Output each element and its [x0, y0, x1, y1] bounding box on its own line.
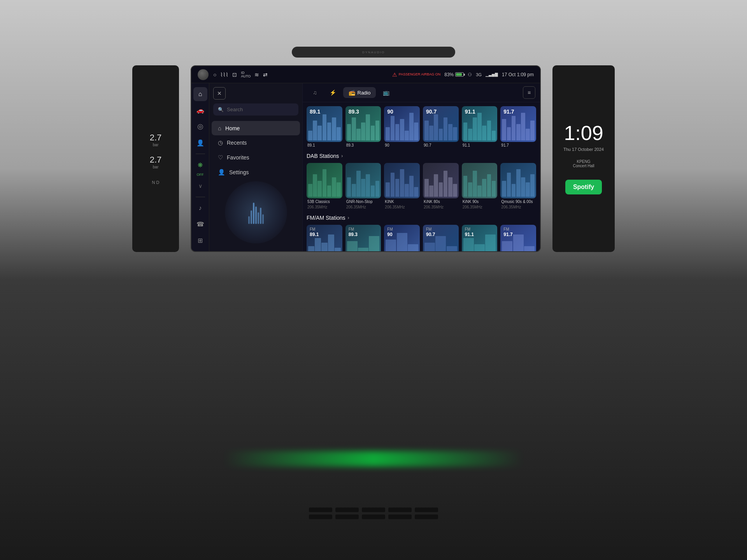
- dab-gnr[interactable]: [345, 163, 381, 199]
- bar: [502, 241, 512, 251]
- vent-row-2: [309, 514, 438, 519]
- bar: [375, 121, 380, 140]
- tv-tab-icon: 📺: [383, 89, 389, 96]
- vent-slot: [309, 508, 332, 512]
- nav-item-scroll-down[interactable]: ∨: [193, 179, 207, 193]
- nav-item-music[interactable]: ♪: [193, 201, 207, 215]
- tab-bluetooth[interactable]: ⚡: [324, 87, 342, 98]
- close-button[interactable]: ✕: [213, 87, 226, 100]
- content-area: ⌂ 🚗 ◎ 👤 ❋ OFF ∨ ♪ ☎ ⊞ ✕: [191, 83, 540, 251]
- fm-90[interactable]: FM 90: [384, 225, 420, 251]
- bar: [313, 174, 317, 197]
- dab-station-card: KINK 206.35MHz: [384, 163, 420, 210]
- tab-radio[interactable]: 📻 Radio: [343, 87, 376, 98]
- bar: [439, 182, 443, 197]
- search-box[interactable]: 🔍 Search: [213, 103, 298, 116]
- now-playing-line1: KPENG: [573, 159, 594, 164]
- left-side-panel: 2.7 bar 2.7 bar N D: [132, 65, 179, 252]
- wave-bar: [255, 206, 257, 224]
- dab-station-card: KiNK 80s 206.35MHz: [423, 163, 459, 210]
- station-907[interactable]: 90.7: [423, 106, 459, 142]
- bluetooth-tab-icon: ⚡: [330, 89, 336, 96]
- radio-tab-label: Radio: [358, 90, 371, 96]
- status-bar: ○ ⌇⌇⌇ ⊡ ID AUTO ≋ ⇄: [191, 66, 540, 83]
- fm-891[interactable]: FM 89.1: [307, 225, 342, 251]
- climate-off-label: OFF: [197, 173, 204, 177]
- station-90-label: 90: [384, 143, 420, 147]
- bar: [521, 177, 525, 197]
- bar: [317, 126, 322, 140]
- bar: [315, 238, 321, 251]
- station-891[interactable]: 89.1: [307, 106, 342, 142]
- dab-kink80[interactable]: [423, 163, 459, 199]
- menu-item-home[interactable]: ⌂ Home: [212, 121, 300, 135]
- kink-bars: [384, 163, 420, 199]
- bar: [477, 186, 482, 197]
- tab-spotify[interactable]: ♫: [307, 87, 323, 98]
- equalizer-button[interactable]: ≡: [523, 86, 535, 99]
- station-893[interactable]: 89.3: [345, 106, 381, 142]
- station-90[interactable]: 90: [384, 106, 420, 142]
- wave-bar: [248, 216, 250, 224]
- tab-tv[interactable]: 📺: [377, 87, 395, 98]
- nav-item-home[interactable]: ⌂: [193, 87, 207, 101]
- dab-kink90[interactable]: [462, 163, 498, 199]
- nav-item-climate[interactable]: ❋: [193, 158, 207, 172]
- station-911[interactable]: 91.1: [462, 106, 498, 142]
- dab-qmusic[interactable]: [500, 163, 536, 199]
- bar: [308, 131, 312, 140]
- search-placeholder: Search: [227, 107, 243, 112]
- vent-slot: [415, 514, 438, 519]
- menu-item-recents[interactable]: ◷ Recents: [212, 135, 300, 150]
- wave-bar: [251, 210, 252, 224]
- nav-item-steering[interactable]: ◎: [193, 120, 207, 134]
- bar: [424, 121, 429, 140]
- battery-percent: 83%: [444, 72, 454, 77]
- fm-907[interactable]: FM 90.7: [423, 225, 459, 251]
- menu-item-favorites[interactable]: ♡ Favorites: [212, 150, 300, 165]
- fm-917[interactable]: FM 91.7: [500, 225, 536, 251]
- nav-item-phone[interactable]: ☎: [193, 217, 207, 231]
- fm-label: FM: [465, 227, 470, 231]
- bar: [317, 181, 322, 197]
- bar: [327, 186, 331, 197]
- vent-slot: [415, 508, 438, 512]
- bar: [397, 233, 407, 251]
- station-card: 90: [384, 106, 420, 147]
- dab-station-card: 53B Classics 206.35MHz: [307, 163, 342, 210]
- vent-slot: [309, 514, 332, 519]
- station-card: 91.1: [462, 106, 498, 147]
- wave-bar: [260, 208, 261, 224]
- nav-item-driver[interactable]: 👤: [193, 136, 207, 150]
- station-907-label: 90.7: [423, 143, 459, 147]
- bar: [321, 243, 328, 251]
- bar: [482, 179, 486, 197]
- dab-kink[interactable]: [384, 163, 420, 199]
- qmusic-name: Qmusic 90s & 00s: [500, 200, 536, 204]
- gnr-name: GNR-Non-Stop: [345, 200, 381, 204]
- bar: [521, 113, 525, 140]
- bar: [444, 117, 448, 140]
- dab-station-card: GNR-Non-Stop 206.35MHz: [345, 163, 381, 210]
- vent-slot: [335, 508, 359, 512]
- spotify-button[interactable]: Spotify: [565, 180, 602, 194]
- dab-53b[interactable]: [307, 163, 342, 199]
- bar: [332, 117, 336, 140]
- station-893-freq: 89.3: [349, 108, 359, 115]
- station-917-inner: 91.7: [500, 106, 536, 142]
- bar: [375, 181, 380, 197]
- fm-893[interactable]: FM 89.3: [345, 225, 381, 251]
- vent-slot: [362, 508, 385, 512]
- nav-item-car[interactable]: 🚗: [193, 103, 207, 117]
- menu-item-settings[interactable]: 👤 Settings: [212, 165, 300, 180]
- kink-name: KINK: [384, 200, 420, 204]
- vent-row-1: [309, 508, 438, 512]
- bar: [513, 234, 524, 251]
- bar: [371, 186, 375, 197]
- nav-item-apps[interactable]: ⊞: [193, 233, 207, 247]
- station-917[interactable]: 91.7: [500, 106, 536, 142]
- bar: [408, 244, 418, 251]
- fm-freq: 89.1: [310, 232, 319, 237]
- fm-911[interactable]: FM 91.1: [462, 225, 498, 251]
- bar: [448, 124, 452, 140]
